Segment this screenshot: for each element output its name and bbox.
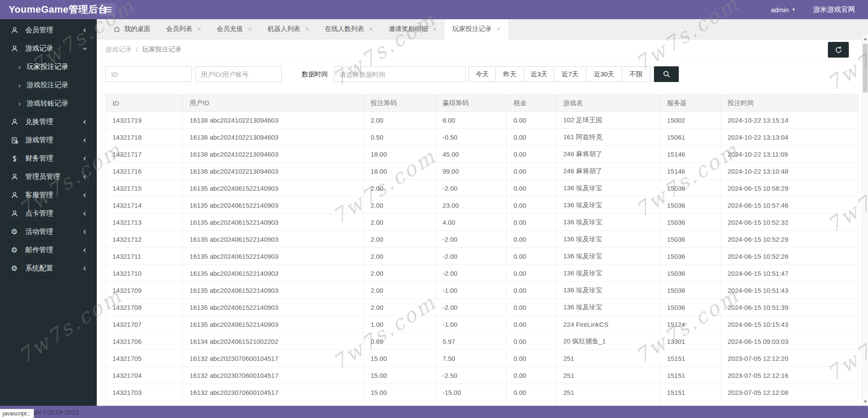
table-cell: 2024-06-15 10:58:29 xyxy=(721,180,858,197)
quick-button-yesterday[interactable]: 昨天 xyxy=(495,66,524,82)
table-cell: 2024-06-15 10:57:46 xyxy=(721,197,858,214)
footer: Copyright ©2019-2022 xyxy=(0,406,868,418)
tab-member-list[interactable]: 会员列表× xyxy=(158,19,209,39)
table-row: 1432171916138 abc20241022130946032.008.0… xyxy=(106,112,858,129)
arrow-right-icon: › xyxy=(18,100,21,107)
close-icon[interactable]: × xyxy=(248,26,252,33)
table-cell: 0.00 xyxy=(507,282,556,299)
table-cell xyxy=(556,401,660,406)
table-cell: 16135 abc2024061522140903 xyxy=(183,299,364,316)
search-button[interactable] xyxy=(654,66,679,82)
table-cell: 16132 abc2023070600104517 xyxy=(183,367,364,384)
admin-dropdown[interactable]: admin ▼ xyxy=(771,6,796,14)
close-icon[interactable]: × xyxy=(369,26,373,33)
tab-my-desktop[interactable]: 我的桌面 xyxy=(106,19,158,39)
refresh-button[interactable] xyxy=(828,42,849,58)
user-id-input[interactable] xyxy=(195,66,282,82)
table-cell: 4.00 xyxy=(436,214,507,231)
tab-player-bet-records[interactable]: 玩家投注记录× xyxy=(445,19,508,39)
quick-button-unlimited[interactable]: 不限 xyxy=(622,66,650,82)
table-header-row: ID用户ID投注筹码赢得筹码税金游戏名服务器投注时间 xyxy=(106,95,858,112)
table-cell: -2.00 xyxy=(436,231,507,248)
table-cell: 2024-06-15 10:52:32 xyxy=(721,214,858,231)
page-title: YoumeGame管理后台 xyxy=(0,3,108,16)
table-cell: 224 FireLinkCS xyxy=(556,316,660,333)
sidebar-item-mail-management[interactable]: ⚙邮件管理 xyxy=(0,241,97,260)
table-row: 1432170616134 abc20240615210022020.695.9… xyxy=(106,333,858,350)
table-cell: 136 埃及珍宝 xyxy=(556,248,660,265)
table-cell: 14321716 xyxy=(106,163,183,180)
sidebar-subitem-game-transfer-records[interactable]: ›游戏转账记录 xyxy=(0,95,97,113)
sidebar-menu: 会员管理游戏记录›玩家投注记录›游戏投注记录›游戏转账记录兑换管理游戏管理财务管… xyxy=(0,21,97,278)
table-cell: 14321712 xyxy=(106,231,183,248)
sidebar-toggle-button[interactable] xyxy=(100,3,116,16)
vertical-scrollbar[interactable] xyxy=(862,35,868,406)
sidebar-item-customer-service-management[interactable]: 客服管理 xyxy=(0,186,97,205)
person-icon xyxy=(11,45,21,52)
quick-button-last-7-days[interactable]: 近7天 xyxy=(554,66,586,82)
tab-invite-reward-details[interactable]: 邀请奖励明细× xyxy=(381,19,444,39)
sidebar-item-system-config[interactable]: ⚙系统配置 xyxy=(0,260,97,278)
tab-robot-list[interactable]: 机器人列表× xyxy=(260,19,317,39)
table-cell: 2024-06-15 10:15:43 xyxy=(721,316,858,333)
tab-online-count-list[interactable]: 在线人数列表× xyxy=(317,19,381,39)
table-cell: 2024-10-22 13:15:14 xyxy=(721,112,858,129)
quick-button-today[interactable]: 今天 xyxy=(469,66,496,82)
table-header-cell: 用户ID xyxy=(183,95,364,112)
table-cell: 0.00 xyxy=(507,367,556,384)
id-input[interactable] xyxy=(106,66,192,82)
main-area: 我的桌面会员列表×会员充值×机器人列表×在线人数列表×邀请奖励明细×玩家投注记录… xyxy=(97,19,868,406)
arrow-right-icon: › xyxy=(18,63,21,71)
table-row: 1432171416135 abc20240615221409032.0023.… xyxy=(106,197,858,214)
person-icon xyxy=(11,27,21,34)
date-input[interactable] xyxy=(334,66,466,82)
sidebar-item-finance-management[interactable]: 财务管理 xyxy=(0,150,97,168)
sidebar-item-point-card-management[interactable]: 点卡管理 xyxy=(0,205,97,223)
sidebar-subitem-game-bet-records[interactable]: ›游戏投注记录 xyxy=(0,76,97,95)
table-cell: 16135 abc2024061522140903 xyxy=(183,214,364,231)
quick-button-last-3-days[interactable]: 近3天 xyxy=(524,66,554,82)
table-header-cell: ID xyxy=(106,95,183,112)
close-icon[interactable]: × xyxy=(197,26,201,33)
table-cell: 16135 abc2024061522140903 xyxy=(183,265,364,282)
sidebar-subitem-player-bet-records[interactable]: ›玩家投注记录 xyxy=(0,58,97,76)
person-icon xyxy=(11,192,21,199)
close-icon[interactable]: × xyxy=(305,26,309,33)
table-cell: -0.50 xyxy=(436,129,507,146)
table-body: 1432171916138 abc20241022130946032.008.0… xyxy=(106,112,858,406)
table-cell: 251 xyxy=(556,384,660,401)
tab-member-recharge[interactable]: 会员充值× xyxy=(209,19,259,39)
table-cell: 2.00 xyxy=(364,214,436,231)
chevron-left-icon xyxy=(82,156,87,161)
tab-label: 我的桌面 xyxy=(124,25,150,33)
quick-button-last-30-days[interactable]: 近30天 xyxy=(586,66,622,82)
breadcrumb-current: 玩家投注记录 xyxy=(142,45,181,54)
scrollbar-up-arrow[interactable] xyxy=(864,38,867,40)
table-cell: 23.00 xyxy=(436,197,507,214)
table-cell: 16132 abc2023070600104517 xyxy=(183,384,364,401)
sidebar-item-member-management[interactable]: 会员管理 xyxy=(0,21,97,40)
close-icon[interactable]: × xyxy=(497,26,500,33)
sidebar-item-game-records[interactable]: 游戏记录 xyxy=(0,40,97,58)
sidebar-item-game-management[interactable]: 游戏管理 xyxy=(0,131,97,150)
table-cell: 16135 abc2024061522140903 xyxy=(183,248,364,265)
sidebar-item-admin-management[interactable]: 管理员管理 xyxy=(0,168,97,186)
table-cell: 99.00 xyxy=(436,163,507,180)
official-site-link[interactable]: 游米游戏官网 xyxy=(813,5,855,14)
scrollbar-thumb[interactable] xyxy=(863,44,868,93)
sidebar-item-exchange-management[interactable]: 兑换管理 xyxy=(0,113,97,131)
table-cell: 14321713 xyxy=(106,214,183,231)
table-cell: 15151 xyxy=(660,350,721,367)
table-row: 1432171516135 abc20240615221409032.00-2.… xyxy=(106,180,858,197)
sidebar-item-activity-management[interactable]: ⚙活动管理 xyxy=(0,223,97,241)
date-label: 数据时间 xyxy=(302,70,328,79)
breadcrumb-parent[interactable]: 游戏记录 xyxy=(106,45,132,54)
tabbar: 我的桌面会员列表×会员充值×机器人列表×在线人数列表×邀请奖励明细×玩家投注记录… xyxy=(97,19,868,39)
table-cell: 0.69 xyxy=(364,333,436,350)
chevron-left-icon xyxy=(82,230,87,234)
scrollbar-down-arrow[interactable] xyxy=(864,401,867,403)
table-cell: 251 xyxy=(556,367,660,384)
close-icon[interactable]: × xyxy=(432,26,436,33)
dollar-icon xyxy=(11,155,21,162)
gear-icon: ⚙ xyxy=(11,265,21,272)
